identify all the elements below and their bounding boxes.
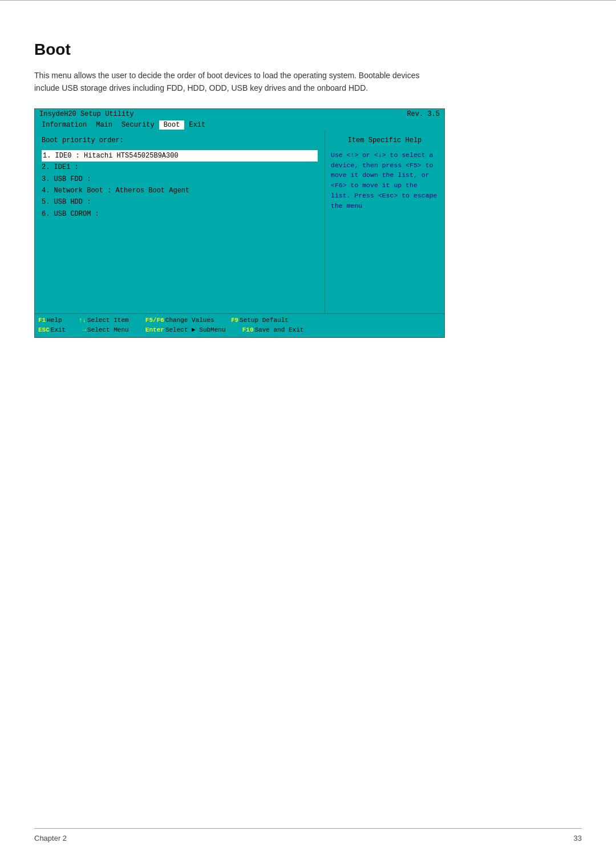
bios-sidebar: Item Specific Help Use <↑> or <↓> to sel…: [325, 131, 444, 313]
footer-row-1: F1 Help ↑↓ Select Item F5/F6 Change Valu…: [38, 316, 441, 326]
footer-page: 33: [574, 834, 582, 842]
page-title: Boot: [34, 41, 582, 59]
nav-boot[interactable]: Boot: [159, 120, 185, 130]
bios-title: InsydeH20 Setup Utility: [39, 110, 134, 118]
boot-item-1[interactable]: 1. IDE0 : Hitachi HTS545025B9A300: [42, 150, 318, 162]
bios-rev: Rev. 3.5: [407, 110, 440, 118]
desc-exit: Exit: [51, 325, 74, 336]
bios-header: InsydeH20 Setup Utility Rev. 3.5: [35, 109, 444, 119]
nav-exit[interactable]: Exit: [184, 120, 210, 130]
key-f9: F9: [231, 316, 238, 326]
sidebar-text: Use <↑> or <↓> to select a device, then …: [331, 150, 439, 211]
bios-nav: Information Main Security Boot Exit: [35, 119, 444, 131]
desc-help: Help: [47, 316, 70, 326]
desc-save-exit: Save and Exit: [255, 325, 304, 336]
bios-footer: F1 Help ↑↓ Select Item F5/F6 Change Valu…: [35, 313, 444, 337]
key-enter: Enter: [145, 325, 164, 336]
footer-row-2: ESC Exit → Select Menu Enter Select ► Su…: [38, 325, 441, 336]
description: This menu allows the user to decide the …: [34, 69, 582, 95]
key-f5f6: F5/F6: [145, 316, 164, 326]
key-arrow-right: →: [82, 325, 86, 336]
nav-security[interactable]: Security: [117, 120, 159, 130]
boot-order-list: 1. IDE0 : Hitachi HTS545025B9A300 2. IDE…: [42, 150, 318, 220]
bios-screen: InsydeH20 Setup Utility Rev. 3.5 Informa…: [34, 108, 445, 338]
key-arrows: ↑↓: [79, 316, 86, 326]
nav-information[interactable]: Information: [37, 120, 91, 130]
bios-main-panel: Boot priority order: 1. IDE0 : Hitachi H…: [35, 131, 325, 313]
boot-item-4[interactable]: 4. Network Boot : Atheros Boot Agent: [42, 185, 318, 196]
sidebar-title: Item Specific Help: [331, 135, 439, 146]
bottom-rule: [34, 828, 582, 829]
bios-body: Boot priority order: 1. IDE0 : Hitachi H…: [35, 131, 444, 313]
boot-item-6[interactable]: 6. USB CDROM :: [42, 208, 318, 220]
page-footer: Chapter 2 33: [34, 834, 582, 842]
boot-priority-label: Boot priority order:: [42, 136, 318, 144]
boot-item-2[interactable]: 2. IDE1 :: [42, 162, 318, 173]
key-f1: F1: [38, 316, 46, 326]
desc-select-item: Select Item: [87, 316, 136, 326]
desc-select-submenu: Select ► SubMenu: [165, 325, 233, 336]
boot-item-3[interactable]: 3. USB FDD :: [42, 174, 318, 185]
desc-select-menu: Select Menu: [87, 325, 136, 336]
key-esc: ESC: [38, 325, 50, 336]
nav-main[interactable]: Main: [91, 120, 117, 130]
key-f10: F10: [242, 325, 254, 336]
desc-setup-default: Setup Default: [240, 316, 289, 326]
footer-chapter: Chapter 2: [34, 834, 67, 842]
desc-change-values: Change Values: [165, 316, 222, 326]
boot-item-5[interactable]: 5. USB HDD :: [42, 196, 318, 208]
